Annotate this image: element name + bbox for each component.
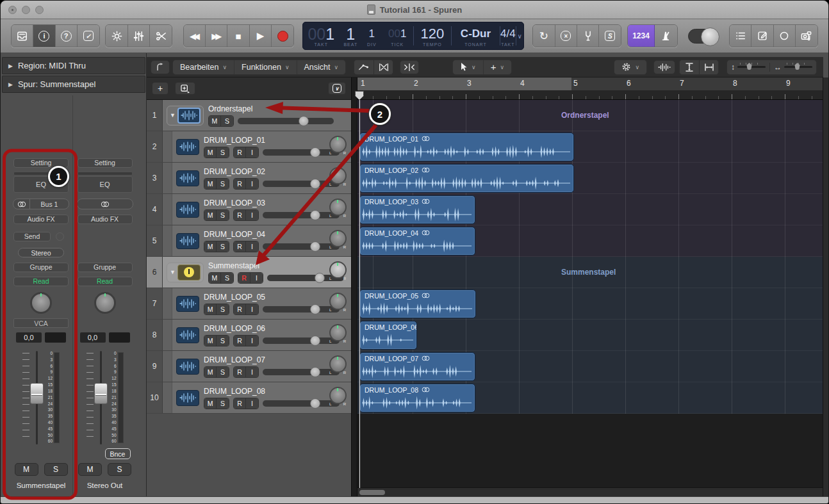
- go-to-parent-button[interactable]: [151, 60, 170, 74]
- lcd-position-beat[interactable]: 1 BEAT: [339, 22, 362, 49]
- media-browser-button[interactable]: [796, 25, 817, 47]
- volume-slider-thumb[interactable]: [310, 367, 320, 377]
- mute-solo-buttons[interactable]: MS: [204, 366, 229, 378]
- horizontal-scroll-thumb[interactable]: [359, 490, 385, 495]
- solo-button[interactable]: S: [217, 367, 229, 377]
- record-input-buttons[interactable]: RI: [238, 272, 263, 284]
- mute-button[interactable]: M: [204, 367, 217, 377]
- fader-cap[interactable]: [94, 383, 108, 404]
- arrange-row-DRUM_LOOP_02[interactable]: DRUM_LOOP_02: [357, 163, 823, 194]
- solo-button[interactable]: S: [217, 179, 229, 189]
- input-monitor-button[interactable]: I: [246, 179, 258, 189]
- region-DRUM_LOOP_06[interactable]: DRUM_LOOP_06: [359, 321, 417, 350]
- region-DRUM_LOOP_03[interactable]: DRUM_LOOP_03: [359, 195, 475, 224]
- library-button[interactable]: [12, 25, 33, 47]
- disclosure-triangle-icon[interactable]: ▼: [170, 112, 176, 118]
- arrange-row-DRUM_LOOP_06[interactable]: DRUM_LOOP_06: [357, 320, 823, 351]
- record-input-buttons[interactable]: RI: [233, 366, 259, 378]
- left-click-tool[interactable]: ∨: [453, 60, 484, 74]
- eq-slot[interactable]: EQ: [13, 176, 69, 193]
- loop-browser-button[interactable]: [774, 25, 796, 47]
- input-monitor-button[interactable]: I: [246, 210, 258, 220]
- track-row-Summenstapel[interactable]: 6▼SummenstapelMSRILR: [147, 257, 351, 288]
- record-input-buttons[interactable]: RI: [233, 241, 259, 252]
- horizontal-zoom-thumb[interactable]: [794, 63, 800, 70]
- mute-solo-buttons[interactable]: MS: [204, 147, 229, 158]
- volume-slider-thumb[interactable]: [310, 336, 320, 346]
- menu-ansicht[interactable]: Ansicht∨: [297, 60, 346, 74]
- arrange-row-DRUM_LOOP_04[interactable]: DRUM_LOOP_04: [357, 225, 823, 257]
- eq-slot[interactable]: EQ: [78, 176, 133, 193]
- record-enable-button[interactable]: R: [234, 179, 246, 189]
- lcd-key[interactable]: C-Dur TONART: [451, 22, 500, 49]
- volume-slider[interactable]: [238, 118, 334, 124]
- pan-knob[interactable]: LR: [328, 324, 347, 346]
- region-DRUM_LOOP_07[interactable]: DRUM_LOOP_07: [359, 352, 475, 381]
- record-enable-button[interactable]: R: [234, 210, 246, 220]
- lcd-position-tick[interactable]: 001 TICK: [381, 22, 413, 49]
- volume-slider-thumb[interactable]: [310, 241, 320, 252]
- lcd-display[interactable]: 001 TAKT 1 BEAT 1 DIV 001 TICK 120 TEMPO: [302, 22, 524, 50]
- solo-button[interactable]: S: [217, 398, 229, 409]
- bar-ruler[interactable]: 123456789: [357, 77, 823, 100]
- pan-knob[interactable]: LR: [328, 167, 347, 189]
- window-controls[interactable]: [8, 6, 44, 14]
- pan-knob-dial[interactable]: [329, 293, 347, 310]
- track-row-DRUM_LOOP_01[interactable]: 2DRUM_LOOP_01MSRILR: [147, 131, 351, 163]
- group-slot[interactable]: Gruppe: [78, 263, 133, 272]
- volume-value[interactable]: 0,0: [16, 332, 42, 343]
- audio-waveform-icon[interactable]: [176, 139, 199, 155]
- track-row-Ordnerstapel[interactable]: 1▼OrdnerstapelMS: [147, 100, 351, 131]
- record-input-buttons[interactable]: RI: [233, 178, 259, 190]
- lcd-tempo[interactable]: 120 TEMPO: [414, 22, 451, 49]
- pan-knob-dial[interactable]: [329, 261, 347, 279]
- region-DRUM_LOOP_04[interactable]: DRUM_LOOP_04: [359, 227, 475, 256]
- mute-solo-buttons[interactable]: MS: [204, 178, 229, 190]
- volume-slider-thumb[interactable]: [310, 147, 320, 158]
- solo-button[interactable]: S: [217, 336, 229, 346]
- pan-knob-dial[interactable]: [329, 167, 347, 184]
- record-input-buttons[interactable]: RI: [233, 304, 259, 315]
- pan-knob[interactable]: LR: [328, 387, 347, 409]
- solo-button[interactable]: S: [108, 463, 131, 476]
- pan-knob-dial[interactable]: [329, 324, 347, 341]
- menu-funktionen[interactable]: Funktionen∨: [234, 60, 297, 74]
- track-header[interactable]: DRUM_LOOP_07MSRILR: [172, 351, 351, 382]
- pan-knob[interactable]: LR: [328, 230, 347, 252]
- rewind-button[interactable]: ◀◀: [184, 25, 206, 47]
- automation-mode-button[interactable]: Read: [78, 277, 133, 286]
- audio-waveform-icon[interactable]: [177, 108, 201, 124]
- volume-slider-thumb[interactable]: [310, 210, 320, 220]
- fader-track[interactable]: [30, 351, 44, 444]
- flex-button[interactable]: [373, 60, 393, 74]
- input-monitor-button[interactable]: I: [246, 241, 258, 252]
- track-header[interactable]: DRUM_LOOP_04MSRILR: [172, 225, 351, 256]
- mute-solo-buttons[interactable]: MS: [204, 398, 229, 409]
- pan-knob-dial[interactable]: [329, 387, 347, 404]
- mute-button[interactable]: M: [204, 210, 217, 220]
- track-header[interactable]: DRUM_LOOP_05MSRILR: [172, 288, 351, 319]
- arrange-row-DRUM_LOOP_08[interactable]: DRUM_LOOP_08: [357, 382, 823, 414]
- mute-solo-buttons[interactable]: MS: [204, 241, 229, 252]
- summing-stack-icon[interactable]: [177, 264, 201, 280]
- region-DRUM_LOOP_02[interactable]: DRUM_LOOP_02: [359, 164, 574, 193]
- fader-track[interactable]: [94, 351, 108, 444]
- channel-strip-name[interactable]: Stereo Out: [87, 482, 123, 489]
- waveform-zoom-button[interactable]: [653, 60, 675, 74]
- automation-mode-button[interactable]: Read: [13, 277, 69, 286]
- mute-solo-buttons[interactable]: MS: [204, 335, 229, 346]
- pan-knob[interactable]: LR: [328, 293, 347, 314]
- editors-button[interactable]: [150, 25, 172, 47]
- pan-knob-dial[interactable]: [329, 199, 347, 216]
- region-DRUM_LOOP_08[interactable]: DRUM_LOOP_08: [359, 384, 475, 412]
- vertical-zoom-slider[interactable]: ↕: [727, 63, 769, 72]
- mute-solo-buttons[interactable]: MS: [204, 209, 229, 221]
- audio-fx-slot[interactable]: Audio FX: [13, 215, 69, 224]
- audio-waveform-icon[interactable]: [176, 359, 199, 375]
- input-monitor-button[interactable]: I: [246, 336, 258, 346]
- mute-solo-buttons[interactable]: MS: [208, 115, 234, 127]
- arrange-row-DRUM_LOOP_03[interactable]: DRUM_LOOP_03: [357, 194, 823, 225]
- quick-help-button[interactable]: ?: [56, 25, 78, 47]
- track-row-DRUM_LOOP_05[interactable]: 7DRUM_LOOP_05MSRILR: [147, 288, 351, 320]
- track-row-DRUM_LOOP_07[interactable]: 9DRUM_LOOP_07MSRILR: [147, 351, 351, 382]
